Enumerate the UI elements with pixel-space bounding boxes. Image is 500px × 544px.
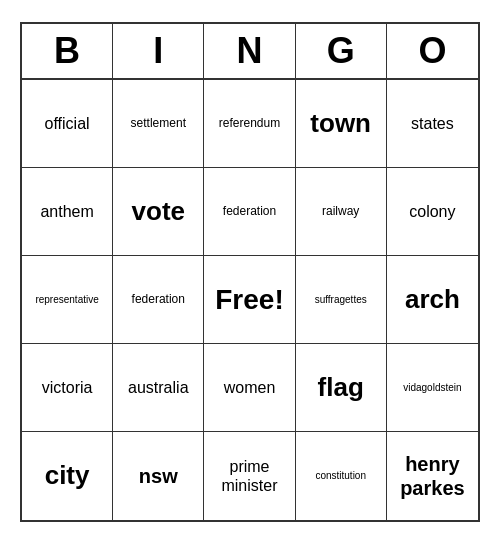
bingo-cell: anthem xyxy=(22,168,113,256)
header-letter: B xyxy=(22,24,113,78)
header-letter: G xyxy=(296,24,387,78)
bingo-cell: arch xyxy=(387,256,478,344)
cell-text: city xyxy=(45,460,90,491)
bingo-cell: states xyxy=(387,80,478,168)
bingo-card: BINGO officialsettlementreferendumtownst… xyxy=(20,22,480,522)
cell-text: anthem xyxy=(40,202,93,221)
bingo-cell: vidagoldstein xyxy=(387,344,478,432)
bingo-cell: town xyxy=(296,80,387,168)
bingo-cell: settlement xyxy=(113,80,204,168)
bingo-cell: federation xyxy=(204,168,295,256)
bingo-cell: prime minister xyxy=(204,432,295,520)
bingo-cell: victoria xyxy=(22,344,113,432)
header-letter: O xyxy=(387,24,478,78)
cell-text: referendum xyxy=(219,116,280,130)
bingo-cell: official xyxy=(22,80,113,168)
cell-text: australia xyxy=(128,378,188,397)
bingo-cell: colony xyxy=(387,168,478,256)
cell-text: vote xyxy=(132,196,185,227)
bingo-cell: australia xyxy=(113,344,204,432)
bingo-grid: officialsettlementreferendumtownstatesan… xyxy=(22,80,478,520)
cell-text: federation xyxy=(223,204,276,218)
bingo-cell: women xyxy=(204,344,295,432)
bingo-cell: suffragettes xyxy=(296,256,387,344)
header-letter: N xyxy=(204,24,295,78)
cell-text: official xyxy=(45,114,90,133)
bingo-cell: Free! xyxy=(204,256,295,344)
cell-text: nsw xyxy=(139,464,178,488)
bingo-cell: city xyxy=(22,432,113,520)
cell-text: flag xyxy=(318,372,364,403)
cell-text: federation xyxy=(132,292,185,306)
cell-text: vidagoldstein xyxy=(403,382,461,394)
cell-text: representative xyxy=(35,294,98,306)
bingo-cell: representative xyxy=(22,256,113,344)
bingo-cell: flag xyxy=(296,344,387,432)
bingo-cell: henry parkes xyxy=(387,432,478,520)
cell-text: henry parkes xyxy=(391,452,474,500)
bingo-cell: railway xyxy=(296,168,387,256)
cell-text: suffragettes xyxy=(315,294,367,306)
cell-text: women xyxy=(224,378,276,397)
bingo-cell: vote xyxy=(113,168,204,256)
bingo-cell: referendum xyxy=(204,80,295,168)
cell-text: colony xyxy=(409,202,455,221)
cell-text: constitution xyxy=(315,470,366,482)
cell-text: prime minister xyxy=(208,457,290,495)
cell-text: victoria xyxy=(42,378,93,397)
bingo-cell: federation xyxy=(113,256,204,344)
cell-text: settlement xyxy=(131,116,186,130)
cell-text: railway xyxy=(322,204,359,218)
cell-text: arch xyxy=(405,284,460,315)
cell-text: Free! xyxy=(215,284,283,316)
cell-text: town xyxy=(310,108,371,139)
bingo-header: BINGO xyxy=(22,24,478,80)
cell-text: states xyxy=(411,114,454,133)
header-letter: I xyxy=(113,24,204,78)
bingo-cell: nsw xyxy=(113,432,204,520)
bingo-cell: constitution xyxy=(296,432,387,520)
